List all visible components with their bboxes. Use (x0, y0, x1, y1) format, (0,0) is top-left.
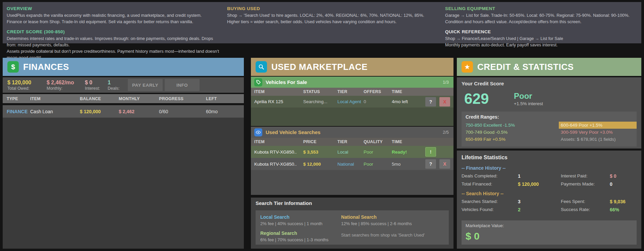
eye-icon (254, 128, 262, 136)
search-row-ready: Kubota RTV-XG850.. $ 3,553 Local Poor Re… (251, 146, 453, 158)
finance-row-monthly: $ 2,462 (119, 109, 159, 114)
vehicles-found-value: 2 (518, 206, 561, 214)
search-help-button[interactable]: ? (425, 159, 436, 169)
credit-rating: Poor (514, 92, 543, 100)
vehicle-searches-count: 2/5 (443, 130, 449, 135)
interest-paid-value: $ 0 (610, 172, 637, 180)
buying-used-line-1: Shop → 'Search Used' to hire agents. LOC… (227, 12, 438, 18)
search-tier-note: Start searches from shop via 'Search Use… (341, 233, 444, 239)
sale-time: 4mo left (392, 99, 423, 104)
sale-help-button[interactable]: ? (425, 97, 436, 107)
finance-history-heading: -- Finance History -- (462, 164, 637, 172)
col-balance: BALANCE (80, 96, 119, 101)
lifetime-statistics-title: Lifetime Statistics (462, 155, 637, 163)
selling-equipment-heading: SELLING EQUIPMENT (445, 6, 636, 11)
deals-completed-label: Deals Completed: (462, 172, 518, 180)
national-search-desc: 12% fee | 85% success | 2-6 months (341, 221, 444, 228)
quick-reference-line-1: Shop → Finance/Lease/Search Used | Garag… (445, 35, 636, 42)
help-bar: OVERVIEW UsedPlus expands the vanilla ec… (3, 2, 641, 43)
help-column-overview: OVERVIEW UsedPlus expands the vanilla ec… (7, 6, 221, 61)
searches-started-value: 3 (518, 198, 561, 206)
credit-title: CREDIT & STATISTICS (477, 62, 574, 72)
marketplace-panel: USED MARKETPLACE Vehicles For Sale 1/3 I… (251, 58, 453, 249)
finances-table-header: TYPE ITEM BALANCE MONTHLY PROGRESS LEFT (3, 94, 244, 103)
col-price: PRICE (303, 139, 337, 144)
vehicles-for-sale-bar: Vehicles For Sale 1/3 (251, 77, 453, 88)
finances-summary-bar: $ 120,000 Total Owed: $ 2,462/mo Monthly… (3, 77, 244, 93)
payments-made-value: 0 (610, 180, 637, 188)
interest-paid-label: Interest Paid: (561, 172, 610, 180)
credit-score-label: Your Credit Score (457, 81, 641, 88)
searches-empty-area (251, 170, 453, 195)
col-offers: OFFERS (364, 89, 392, 94)
marketplace-value-box: Marketplace Value: $ 0 (462, 220, 637, 245)
sale-cancel-button[interactable]: X (439, 97, 450, 107)
finances-panel: $ FINANCES $ 120,000 Total Owed: $ 2,462… (3, 58, 244, 249)
credit-interest-modifier: +1.5% interest (514, 101, 543, 106)
search-tier-info-box: Local Search 2% fee | 40% success | 1 mo… (256, 210, 449, 245)
finances-empty-area (3, 118, 244, 249)
assets-value: Assets: $ 678,901 (1 fields) (561, 136, 633, 143)
search-tier-info-section: Search Tier Information Local Search 2% … (251, 198, 453, 249)
search-cancel-button[interactable]: X (439, 159, 450, 169)
search-claim-button[interactable]: ! (425, 147, 436, 157)
dollar-icon: $ (7, 61, 19, 73)
local-search-desc: 2% fee | 40% success | 1 month (260, 221, 341, 228)
regional-search-title: Regional Search (260, 231, 341, 237)
credit-header: ★ CREDIT & STATISTICS (457, 58, 641, 76)
col-type: TYPE (7, 96, 30, 101)
finance-row-progress: 0/60 (159, 109, 206, 114)
search-time: Ready! (392, 150, 423, 155)
sale-offers: 0 (364, 99, 392, 104)
search-row-pending: Kubota RTV-XG850.. $ 12,000 National Poo… (251, 158, 453, 170)
pay-early-button[interactable]: PAY EARLY (128, 79, 163, 91)
range-very-poor: 300-599 Very Poor +3.0% (561, 129, 633, 136)
success-rate-value: 66% (610, 206, 637, 214)
success-rate-label: Success Rate: (561, 206, 610, 214)
range-poor-current: 600-649 Poor +1.5% (559, 122, 637, 129)
vehicle-searches-title: Used Vehicle Searches (266, 129, 320, 135)
buying-used-heading: BUYING USED (227, 6, 438, 11)
credit-score-line-1: Determines interest rates and trade-in v… (7, 35, 221, 48)
col-tier: TIER (337, 139, 364, 144)
total-financed-value: $ 120,000 (518, 180, 561, 188)
finance-row-type: FINANCE (7, 109, 30, 114)
search-quality: Poor (364, 150, 392, 155)
overview-line-2: Finance or lease from Shop. Trade-In old… (7, 18, 221, 25)
monthly-label: Monthly: (47, 86, 85, 91)
sale-tier: Local Agent (337, 99, 364, 104)
help-column-buying: BUYING USED Shop → 'Search Used' to hire… (227, 6, 438, 25)
quick-reference-heading: QUICK REFERENCE (445, 29, 636, 34)
finances-title: FINANCES (23, 62, 69, 72)
deals-label: Deals: (108, 86, 128, 91)
info-button[interactable]: INFO (165, 79, 200, 91)
local-search-title: Local Search (260, 214, 341, 221)
col-item: ITEM (254, 139, 303, 144)
search-tier: National (337, 162, 364, 167)
search-time: 5mo (392, 162, 423, 167)
finance-row-left: 60mo (206, 109, 244, 114)
selling-line-2: Condition and hours affect value. Accept… (445, 18, 636, 25)
col-tier: TIER (337, 89, 364, 94)
overview-heading: OVERVIEW (7, 6, 221, 11)
col-monthly: MONTHLY (119, 96, 159, 101)
search-icon (256, 61, 267, 73)
searches-table-header: ITEM PRICE TIER QUALITY TIME (251, 138, 453, 146)
interest-value: $ 0 (85, 80, 108, 86)
searches-started-label: Searches Started: (462, 198, 518, 206)
search-tier-info-title: Search Tier Information (256, 200, 449, 208)
finance-row-balance: $ 120,000 (80, 109, 119, 114)
col-time: TIME (392, 139, 423, 144)
col-status: STATUS (303, 89, 337, 94)
help-column-selling: SELLING EQUIPMENT Garage → List for Sale… (445, 6, 636, 48)
credit-score-value: 629 (464, 90, 514, 107)
col-left: LEFT (206, 96, 244, 101)
for-sale-row: Aprilia RX 125 Searching... Local Agent … (251, 96, 453, 108)
sale-item: Aprilia RX 125 (254, 99, 303, 104)
col-item: ITEM (30, 96, 80, 101)
range-good: 700-749 Good -0.5% (466, 129, 561, 136)
selling-line-1: Garage → List for Sale. Trade-In: 50-65%… (445, 12, 636, 18)
credit-ranges-title: Credit Ranges: (466, 114, 633, 122)
vehicles-found-label: Vehicles Found: (462, 206, 518, 214)
marketplace-value-amount: $ 0 (466, 231, 633, 242)
